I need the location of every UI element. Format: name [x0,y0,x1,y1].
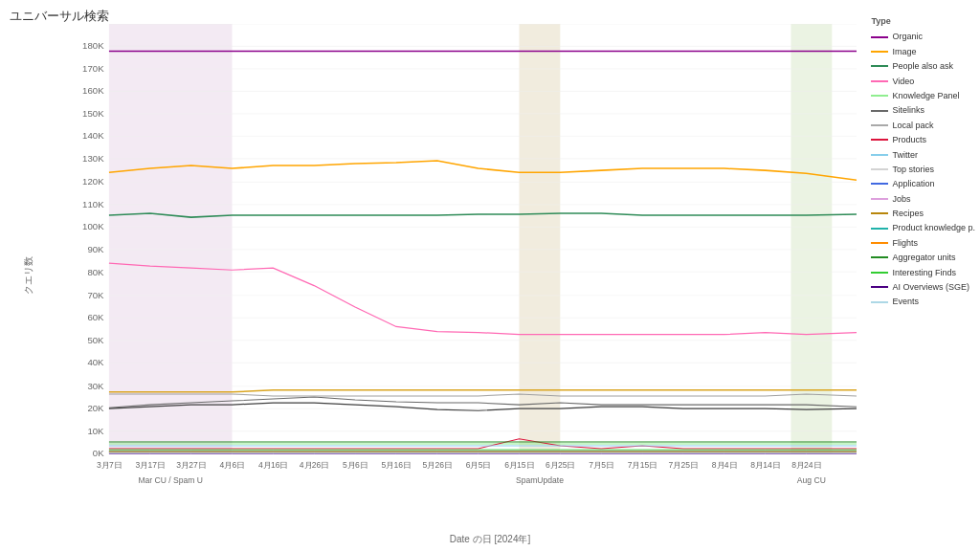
svg-rect-1 [109,24,233,453]
legend-label: Events [892,295,919,308]
svg-text:7月25日: 7月25日 [669,461,699,471]
legend-color-swatch [871,110,888,112]
legend-item: Interesting Finds [871,266,975,279]
svg-text:6月15日: 6月15日 [504,461,534,471]
legend-item: Video [871,75,975,88]
legend-label: Aggregator units [892,251,955,264]
svg-text:SpamUpdate: SpamUpdate [516,475,564,485]
svg-text:10K: 10K [87,426,104,436]
svg-rect-3 [791,24,832,453]
legend-label: Product knowledge p. [892,221,975,234]
legend-item: Recipes [871,207,975,220]
legend-label: Local pack [892,119,933,132]
svg-text:8月24日: 8月24日 [791,461,821,471]
svg-text:40K: 40K [87,358,104,368]
legend-label: Organic [892,30,923,43]
chart-title: ユニバーサル検索 [10,8,109,25]
svg-text:5月26日: 5月26日 [422,461,452,471]
svg-text:4月16日: 4月16日 [258,461,288,471]
legend-label: Knowledge Panel [892,89,959,102]
legend-color-swatch [871,256,888,258]
legend-label: Twitter [892,148,918,162]
legend-color-swatch [871,168,888,170]
svg-text:3月17日: 3月17日 [135,461,165,471]
legend-color-swatch [871,65,888,67]
legend-item: Application [871,177,975,190]
legend-label: People also ask [892,59,953,73]
svg-text:50K: 50K [87,335,104,345]
legend-item: People also ask [871,59,975,73]
legend-item: Jobs [871,192,975,206]
legend-label: Flights [892,236,918,250]
svg-text:170K: 170K [82,63,104,74]
svg-text:6月5日: 6月5日 [466,461,491,471]
x-axis-label: Date の日 [2024年] [450,533,530,546]
svg-text:60K: 60K [87,313,104,323]
legend-color-swatch [871,228,888,230]
legend: Type OrganicImagePeople also askVideoKno… [871,14,975,310]
legend-item: Organic [871,30,975,43]
svg-text:5月16日: 5月16日 [382,461,412,471]
y-axis-label: クエリ数 [22,256,35,295]
legend-color-swatch [871,154,888,156]
legend-item: Twitter [871,148,975,162]
svg-text:5月6日: 5月6日 [343,461,368,471]
legend-color-swatch [871,286,888,288]
legend-item: Top stories [871,163,975,176]
svg-text:30K: 30K [87,381,104,391]
svg-text:Aug CU: Aug CU [797,475,826,485]
legend-color-swatch [871,124,888,126]
legend-label: Application [892,177,934,190]
legend-item: Aggregator units [871,251,975,264]
svg-text:20K: 20K [87,403,104,413]
chart-svg: 0K 10K 20K 30K 40K 50K 60K 70K 80K 90K 1… [53,24,857,493]
legend-color-swatch [871,198,888,200]
svg-text:120K: 120K [82,177,104,187]
svg-text:180K: 180K [82,40,104,51]
legend-color-swatch [871,183,888,185]
legend-color-swatch [871,301,888,303]
svg-text:8月14日: 8月14日 [750,461,780,471]
svg-text:3月7日: 3月7日 [97,461,122,471]
legend-item: Product knowledge p. [871,221,975,234]
svg-text:80K: 80K [87,268,104,278]
legend-color-swatch [871,272,888,274]
svg-text:3月27日: 3月27日 [176,461,206,471]
legend-label: Image [892,45,916,58]
legend-color-swatch [871,139,888,141]
legend-color-swatch [871,51,888,53]
legend-color-swatch [871,36,888,38]
svg-text:4月26日: 4月26日 [300,461,329,471]
legend-label: Top stories [892,163,934,176]
legend-header: Type [871,14,975,28]
svg-text:150K: 150K [82,108,104,119]
legend-item: Flights [871,236,975,250]
legend-color-swatch [871,242,888,244]
svg-text:70K: 70K [87,290,104,300]
svg-text:0K: 0K [93,448,105,458]
svg-text:7月15日: 7月15日 [628,461,657,471]
legend-item: Image [871,45,975,58]
legend-label: AI Overviews (SGE) [892,280,969,294]
legend-label: Video [892,75,914,88]
legend-item: Sitelinks [871,103,975,117]
legend-item: AI Overviews (SGE) [871,280,975,294]
svg-text:130K: 130K [82,153,104,164]
legend-label: Interesting Finds [892,266,956,279]
legend-item: Events [871,295,975,308]
legend-label: Recipes [892,207,924,220]
chart-container: ユニバーサル検索 Type OrganicImagePeople also as… [0,0,980,551]
legend-label: Sitelinks [892,103,924,117]
svg-text:90K: 90K [87,244,104,254]
legend-label: Jobs [892,192,910,206]
svg-text:4月6日: 4月6日 [220,461,245,471]
legend-item: Local pack [871,119,975,132]
svg-text:160K: 160K [82,86,104,97]
svg-text:6月25日: 6月25日 [546,461,575,471]
svg-text:100K: 100K [82,222,104,232]
svg-text:140K: 140K [82,131,104,142]
svg-text:7月5日: 7月5日 [589,461,613,471]
svg-text:Mar CU / Spam U: Mar CU / Spam U [138,475,203,485]
legend-item: Products [871,133,975,146]
legend-item: Knowledge Panel [871,89,975,102]
